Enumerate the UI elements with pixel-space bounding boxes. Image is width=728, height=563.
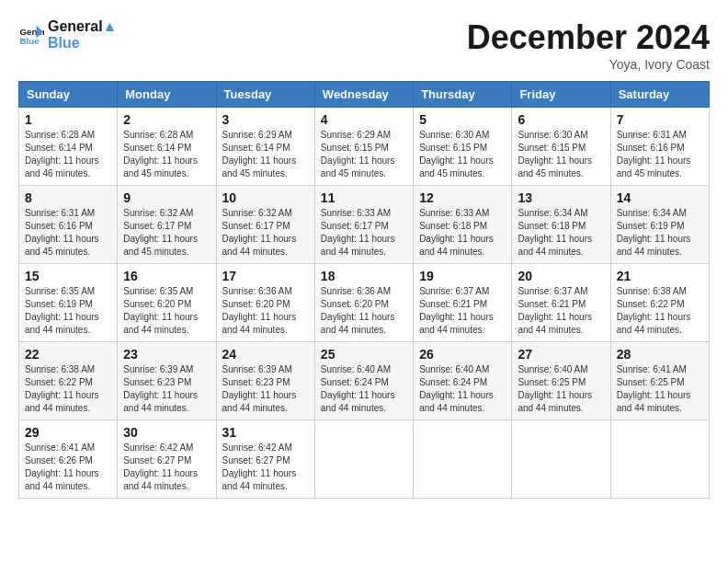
day-number: 7	[617, 112, 703, 127]
table-cell: 13Sunrise: 6:34 AMSunset: 6:18 PMDayligh…	[512, 186, 610, 264]
month-title: December 2024	[467, 18, 710, 57]
calendar-row-3: 15Sunrise: 6:35 AMSunset: 6:19 PMDayligh…	[19, 264, 710, 342]
calendar-body: 1Sunrise: 6:28 AMSunset: 6:14 PMDaylight…	[19, 108, 710, 499]
day-number: 23	[123, 347, 210, 362]
day-number: 17	[222, 269, 309, 283]
table-cell: 31Sunrise: 6:42 AMSunset: 6:27 PMDayligh…	[216, 420, 314, 499]
table-cell: 6Sunrise: 6:30 AMSunset: 6:15 PMDaylight…	[512, 108, 610, 186]
day-number: 28	[617, 347, 703, 362]
day-number: 16	[123, 269, 210, 283]
day-number: 20	[518, 269, 604, 283]
table-cell: 30Sunrise: 6:42 AMSunset: 6:27 PMDayligh…	[118, 420, 216, 499]
day-info: Sunrise: 6:33 AMSunset: 6:18 PMDaylight:…	[419, 207, 506, 259]
table-cell: 20Sunrise: 6:37 AMSunset: 6:21 PMDayligh…	[512, 264, 610, 342]
day-info: Sunrise: 6:30 AMSunset: 6:15 PMDaylight:…	[419, 129, 506, 180]
table-cell: 29Sunrise: 6:41 AMSunset: 6:26 PMDayligh…	[19, 420, 118, 499]
day-info: Sunrise: 6:36 AMSunset: 6:20 PMDaylight:…	[222, 285, 309, 337]
day-info: Sunrise: 6:29 AMSunset: 6:14 PMDaylight:…	[222, 129, 309, 180]
day-info: Sunrise: 6:34 AMSunset: 6:18 PMDaylight:…	[518, 207, 604, 259]
table-cell: 2Sunrise: 6:28 AMSunset: 6:14 PMDaylight…	[118, 108, 216, 186]
table-cell	[414, 420, 512, 499]
day-number: 24	[222, 347, 309, 362]
day-number: 27	[518, 347, 604, 362]
day-info: Sunrise: 6:42 AMSunset: 6:27 PMDaylight:…	[123, 442, 210, 493]
day-number: 10	[222, 190, 309, 205]
day-number: 4	[321, 112, 407, 127]
day-info: Sunrise: 6:32 AMSunset: 6:17 PMDaylight:…	[123, 207, 210, 259]
day-info: Sunrise: 6:28 AMSunset: 6:14 PMDaylight:…	[25, 129, 111, 180]
day-number: 31	[222, 425, 309, 440]
day-number: 1	[25, 112, 111, 127]
logo: General Blue General▲ Blue	[18, 18, 117, 51]
col-monday: Monday	[118, 82, 216, 108]
table-cell: 16Sunrise: 6:35 AMSunset: 6:20 PMDayligh…	[118, 264, 216, 342]
table-cell: 10Sunrise: 6:32 AMSunset: 6:17 PMDayligh…	[216, 186, 314, 264]
col-friday: Friday	[512, 82, 610, 108]
day-info: Sunrise: 6:37 AMSunset: 6:21 PMDaylight:…	[419, 285, 506, 337]
table-cell: 1Sunrise: 6:28 AMSunset: 6:14 PMDaylight…	[19, 108, 118, 186]
table-cell: 4Sunrise: 6:29 AMSunset: 6:15 PMDaylight…	[314, 108, 413, 186]
table-cell	[314, 420, 413, 499]
day-number: 9	[123, 190, 210, 205]
table-cell: 24Sunrise: 6:39 AMSunset: 6:23 PMDayligh…	[216, 342, 314, 420]
logo-line1: General▲	[48, 18, 117, 35]
day-number: 8	[25, 190, 111, 205]
calendar-table: Sunday Monday Tuesday Wednesday Thursday…	[18, 81, 710, 499]
table-cell: 14Sunrise: 6:34 AMSunset: 6:19 PMDayligh…	[610, 186, 709, 264]
day-info: Sunrise: 6:32 AMSunset: 6:17 PMDaylight:…	[222, 207, 309, 259]
day-number: 21	[617, 269, 703, 283]
calendar-row-2: 8Sunrise: 6:31 AMSunset: 6:16 PMDaylight…	[19, 186, 710, 264]
col-tuesday: Tuesday	[216, 82, 314, 108]
logo-icon: General Blue	[18, 22, 44, 48]
day-info: Sunrise: 6:40 AMSunset: 6:25 PMDaylight:…	[518, 363, 604, 415]
day-info: Sunrise: 6:37 AMSunset: 6:21 PMDaylight:…	[518, 285, 604, 337]
day-number: 14	[617, 190, 703, 205]
title-area: December 2024 Yoya, Ivory Coast	[467, 18, 710, 72]
day-info: Sunrise: 6:41 AMSunset: 6:25 PMDaylight:…	[617, 363, 703, 415]
day-info: Sunrise: 6:39 AMSunset: 6:23 PMDaylight:…	[123, 363, 210, 415]
day-number: 12	[419, 190, 506, 205]
table-cell: 26Sunrise: 6:40 AMSunset: 6:24 PMDayligh…	[414, 342, 512, 420]
calendar-row-1: 1Sunrise: 6:28 AMSunset: 6:14 PMDaylight…	[19, 108, 710, 186]
day-number: 30	[123, 425, 210, 440]
table-cell: 27Sunrise: 6:40 AMSunset: 6:25 PMDayligh…	[512, 342, 610, 420]
table-cell: 22Sunrise: 6:38 AMSunset: 6:22 PMDayligh…	[19, 342, 118, 420]
day-number: 26	[419, 347, 506, 362]
day-number: 6	[518, 112, 604, 127]
page-header: General Blue General▲ Blue December 2024…	[18, 18, 710, 72]
calendar-header-row: Sunday Monday Tuesday Wednesday Thursday…	[19, 82, 710, 108]
table-cell: 18Sunrise: 6:36 AMSunset: 6:20 PMDayligh…	[314, 264, 413, 342]
table-cell: 9Sunrise: 6:32 AMSunset: 6:17 PMDaylight…	[118, 186, 216, 264]
day-info: Sunrise: 6:28 AMSunset: 6:14 PMDaylight:…	[123, 129, 210, 180]
table-cell: 23Sunrise: 6:39 AMSunset: 6:23 PMDayligh…	[118, 342, 216, 420]
day-info: Sunrise: 6:33 AMSunset: 6:17 PMDaylight:…	[321, 207, 407, 259]
day-info: Sunrise: 6:36 AMSunset: 6:20 PMDaylight:…	[321, 285, 407, 337]
day-number: 19	[419, 269, 506, 283]
table-cell: 7Sunrise: 6:31 AMSunset: 6:16 PMDaylight…	[610, 108, 709, 186]
day-number: 22	[25, 347, 111, 362]
table-cell: 12Sunrise: 6:33 AMSunset: 6:18 PMDayligh…	[414, 186, 512, 264]
table-cell: 8Sunrise: 6:31 AMSunset: 6:16 PMDaylight…	[19, 186, 118, 264]
table-cell: 15Sunrise: 6:35 AMSunset: 6:19 PMDayligh…	[19, 264, 118, 342]
day-info: Sunrise: 6:31 AMSunset: 6:16 PMDaylight:…	[617, 129, 703, 180]
day-info: Sunrise: 6:40 AMSunset: 6:24 PMDaylight:…	[419, 363, 506, 415]
table-cell: 19Sunrise: 6:37 AMSunset: 6:21 PMDayligh…	[414, 264, 512, 342]
day-info: Sunrise: 6:30 AMSunset: 6:15 PMDaylight:…	[518, 129, 604, 180]
location: Yoya, Ivory Coast	[467, 57, 710, 72]
day-info: Sunrise: 6:34 AMSunset: 6:19 PMDaylight:…	[617, 207, 703, 259]
col-saturday: Saturday	[610, 82, 709, 108]
day-number: 11	[321, 190, 407, 205]
day-info: Sunrise: 6:38 AMSunset: 6:22 PMDaylight:…	[617, 285, 703, 337]
col-sunday: Sunday	[19, 82, 118, 108]
day-number: 3	[222, 112, 309, 127]
day-info: Sunrise: 6:35 AMSunset: 6:19 PMDaylight:…	[25, 285, 111, 337]
day-number: 29	[25, 425, 111, 440]
day-info: Sunrise: 6:35 AMSunset: 6:20 PMDaylight:…	[123, 285, 210, 337]
table-cell: 3Sunrise: 6:29 AMSunset: 6:14 PMDaylight…	[216, 108, 314, 186]
day-info: Sunrise: 6:39 AMSunset: 6:23 PMDaylight:…	[222, 363, 309, 415]
day-number: 15	[25, 269, 111, 283]
logo-line2: Blue	[48, 35, 117, 52]
day-info: Sunrise: 6:40 AMSunset: 6:24 PMDaylight:…	[321, 363, 407, 415]
table-cell: 5Sunrise: 6:30 AMSunset: 6:15 PMDaylight…	[414, 108, 512, 186]
day-number: 18	[321, 269, 407, 283]
